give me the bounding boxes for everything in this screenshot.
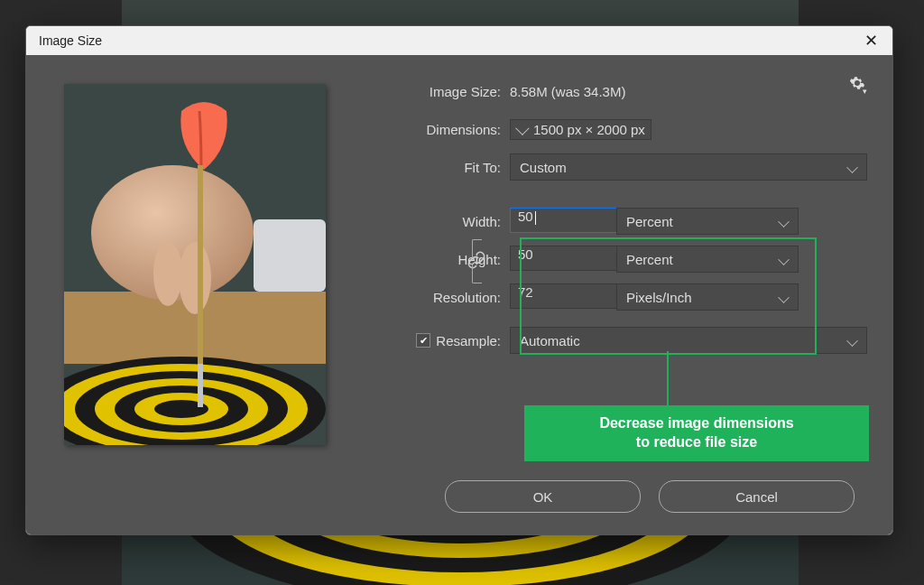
constrain-proportions-toggle[interactable] bbox=[465, 248, 488, 272]
dimensions-label: Dimensions: bbox=[346, 122, 510, 137]
fit-to-select[interactable]: Custom bbox=[510, 153, 867, 181]
close-button[interactable]: ✕ bbox=[857, 31, 885, 51]
dimensions-value: 1500 px × 2000 px bbox=[533, 122, 645, 137]
width-input[interactable]: 50 bbox=[510, 208, 625, 233]
chevron-down-icon bbox=[846, 162, 857, 172]
ok-button[interactable]: OK bbox=[445, 480, 641, 513]
resample-checkbox[interactable]: ✔ bbox=[416, 333, 430, 348]
svg-point-19 bbox=[179, 242, 211, 314]
chevron-down-icon bbox=[778, 254, 789, 265]
width-unit-value: Percent bbox=[626, 214, 673, 229]
resolution-input[interactable]: 72 bbox=[510, 283, 625, 309]
resolution-unit-select[interactable]: Pixels/Inch bbox=[616, 283, 799, 311]
chevron-down-icon bbox=[778, 292, 789, 302]
settings-gear-icon[interactable]: ▾ bbox=[849, 75, 865, 94]
width-unit-select[interactable]: Percent bbox=[616, 208, 799, 235]
cancel-button[interactable]: Cancel bbox=[659, 480, 855, 513]
width-label: Width: bbox=[346, 214, 510, 229]
svg-point-20 bbox=[153, 241, 182, 306]
resample-label: Resample: bbox=[436, 333, 501, 348]
resolution-unit-value: Pixels/Inch bbox=[626, 290, 692, 305]
fit-to-label: Fit To: bbox=[346, 160, 510, 175]
resample-select[interactable]: Automatic bbox=[510, 327, 867, 354]
svg-rect-21 bbox=[198, 255, 203, 364]
svg-rect-23 bbox=[198, 165, 203, 260]
preview-thumbnail bbox=[64, 84, 326, 445]
resolution-label: Resolution: bbox=[346, 290, 510, 305]
image-size-label: Image Size: bbox=[346, 84, 510, 99]
image-size-value: 8.58M (was 34.3M) bbox=[510, 84, 625, 99]
chevron-down-icon bbox=[515, 121, 530, 135]
height-input[interactable]: 50 bbox=[510, 246, 625, 271]
resample-value: Automatic bbox=[520, 333, 580, 348]
chevron-down-icon bbox=[778, 216, 789, 227]
annotation-connector bbox=[667, 351, 669, 407]
svg-rect-22 bbox=[198, 364, 203, 407]
svg-rect-17 bbox=[254, 219, 326, 292]
height-unit-value: Percent bbox=[626, 252, 673, 267]
chevron-down-icon bbox=[846, 335, 857, 346]
fields-panel: ▾ Image Size: 8.58M (was 34.3M) Dimensio… bbox=[346, 55, 892, 534]
dialog-body: ▾ Image Size: 8.58M (was 34.3M) Dimensio… bbox=[26, 55, 892, 534]
dialog-buttons: OK Cancel bbox=[445, 480, 855, 513]
fit-to-value: Custom bbox=[520, 160, 567, 175]
dimensions-dropdown[interactable]: 1500 px × 2000 px bbox=[510, 119, 651, 140]
image-size-dialog: Image Size ✕ bbox=[25, 25, 893, 535]
titlebar: Image Size ✕ bbox=[26, 26, 892, 55]
height-unit-select[interactable]: Percent bbox=[616, 246, 799, 273]
dialog-title: Image Size bbox=[39, 33, 102, 48]
annotation-callout: Decrease image dimensions to reduce file… bbox=[524, 405, 869, 461]
